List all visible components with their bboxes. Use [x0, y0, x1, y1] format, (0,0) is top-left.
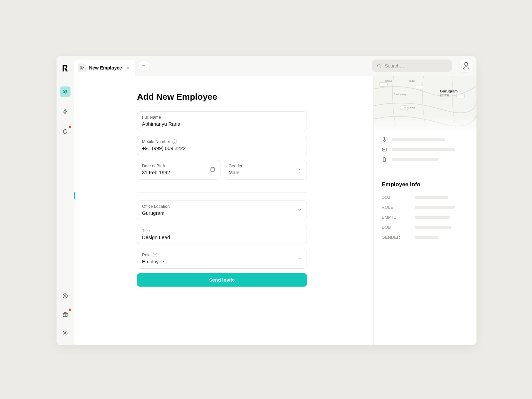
skeleton [392, 158, 438, 161]
svg-point-23 [384, 138, 385, 139]
side-pane: Gurugram गुरुग्राम Sitana Badsa Farukh N… [373, 76, 476, 345]
scroll-accent [74, 192, 75, 200]
sidebar: S [57, 56, 74, 345]
user-circle-icon [62, 293, 68, 299]
svg-text:Khandewla: Khandewla [404, 106, 415, 109]
people-icon [62, 89, 68, 95]
send-invite-button[interactable]: Send Invite [137, 273, 307, 287]
skeleton [392, 148, 455, 151]
skeleton [415, 196, 448, 199]
field-label: Date of Birth [142, 164, 215, 168]
field-value: Male [229, 170, 302, 175]
field-mobile[interactable]: Mobile Number ? +91 (999) 009 2222 [137, 136, 307, 155]
nav-settings[interactable] [60, 328, 70, 338]
body: Add New Employee Full Name Abhimanyu Ran… [74, 76, 476, 345]
shield-icon: S [62, 129, 68, 135]
form-pane: Add New Employee Full Name Abhimanyu Ran… [74, 76, 373, 345]
field-label: Office Location [142, 204, 302, 209]
nav-people[interactable] [60, 86, 70, 97]
search-input[interactable] [385, 63, 447, 68]
help-icon[interactable]: ? [172, 139, 177, 144]
chevron-down-icon[interactable] [297, 207, 302, 213]
skeleton [415, 216, 450, 219]
contact-phone [382, 157, 468, 162]
search-icon [377, 63, 381, 68]
field-value: 31 Feb 1992 [142, 170, 215, 175]
field-label: Gender [229, 164, 302, 168]
skeleton [392, 138, 445, 141]
field-label: Full Name [142, 115, 302, 120]
nav-top: S [60, 86, 70, 137]
info-label: ROLE [382, 205, 415, 210]
mail-icon [382, 147, 387, 152]
info-row: DOB [382, 225, 468, 230]
calendar-icon[interactable] [210, 166, 215, 173]
gift-icon [62, 312, 68, 318]
map-graphic: Gurugram गुरुग्राम Sitana Badsa Farukh N… [374, 76, 476, 132]
search[interactable] [372, 60, 452, 72]
field-role[interactable]: Role ? Employee [137, 249, 307, 269]
info-row: ROLE [382, 205, 468, 210]
help-icon[interactable]: ? [153, 253, 157, 257]
svg-point-9 [377, 64, 380, 67]
contact-email [382, 147, 468, 152]
skeleton [415, 226, 452, 229]
svg-point-8 [81, 66, 82, 68]
skeleton [415, 236, 438, 239]
field-value: Design Lead [142, 234, 302, 240]
svg-point-0 [64, 90, 65, 92]
phone-icon [382, 157, 387, 162]
info-label: GENDER [382, 235, 415, 240]
tab-close[interactable]: ✕ [125, 65, 131, 71]
content: New Employee ✕ + Add New Employee Full N… [74, 56, 476, 345]
page-title: Add New Employee [137, 92, 307, 102]
svg-rect-15 [457, 94, 465, 98]
chevron-down-icon[interactable] [297, 167, 302, 173]
svg-text:Badsa: Badsa [409, 80, 415, 82]
field-title[interactable]: Title Design Lead [137, 225, 307, 244]
map-preview[interactable]: Gurugram गुरुग्राम Sitana Badsa Farukh N… [374, 76, 476, 132]
nav-activity[interactable] [60, 106, 70, 117]
field-dob[interactable]: Date of Birth 31 Feb 1992 [137, 160, 220, 180]
app-window: S New Employee ✕ [57, 56, 476, 345]
svg-point-7 [65, 332, 66, 334]
tab-label: New Employee [89, 65, 122, 70]
field-label: Title [142, 228, 302, 233]
field-gender[interactable]: Gender Male [224, 160, 307, 180]
info-row: EMP ID [382, 215, 468, 220]
svg-text:गुरुग्राम: गुरुग्राम [440, 94, 449, 97]
new-tab-button[interactable]: + [139, 61, 149, 71]
info-row: GENDER [382, 235, 468, 240]
svg-point-1 [66, 90, 67, 92]
tabbar: New Employee ✕ + [74, 56, 476, 76]
nav-profile[interactable] [60, 291, 70, 301]
chevron-down-icon[interactable] [297, 256, 302, 262]
svg-text:S: S [65, 131, 66, 133]
pin-icon [382, 137, 387, 142]
logo [61, 64, 69, 72]
field-office[interactable]: Office Location Gurugram [137, 200, 307, 220]
contact-block [374, 132, 476, 171]
notification-dot [69, 309, 71, 311]
svg-point-10 [465, 63, 467, 66]
bolt-icon [62, 109, 68, 115]
svg-text:Gurugram: Gurugram [440, 89, 458, 93]
info-label: DOJ [382, 195, 415, 200]
field-full-name[interactable]: Full Name Abhimanyu Rana [137, 111, 307, 131]
svg-rect-12 [374, 76, 476, 132]
svg-rect-14 [415, 85, 423, 89]
nav-rewards[interactable] [60, 309, 70, 320]
field-value: Abhimanyu Rana [142, 121, 302, 127]
avatar[interactable] [460, 60, 472, 72]
contact-location [382, 137, 468, 142]
skeleton [415, 206, 455, 209]
user-plus-icon [79, 65, 85, 70]
tab-new-employee[interactable]: New Employee ✕ [74, 60, 135, 76]
svg-rect-13 [380, 82, 388, 86]
info-label: DOB [382, 225, 415, 230]
nav-security[interactable]: S [60, 126, 70, 137]
nav-bottom [60, 291, 70, 338]
svg-text:Farukh Nagar: Farukh Nagar [394, 93, 408, 96]
field-value: +91 (999) 009 2222 [142, 145, 302, 151]
svg-rect-11 [210, 168, 214, 171]
